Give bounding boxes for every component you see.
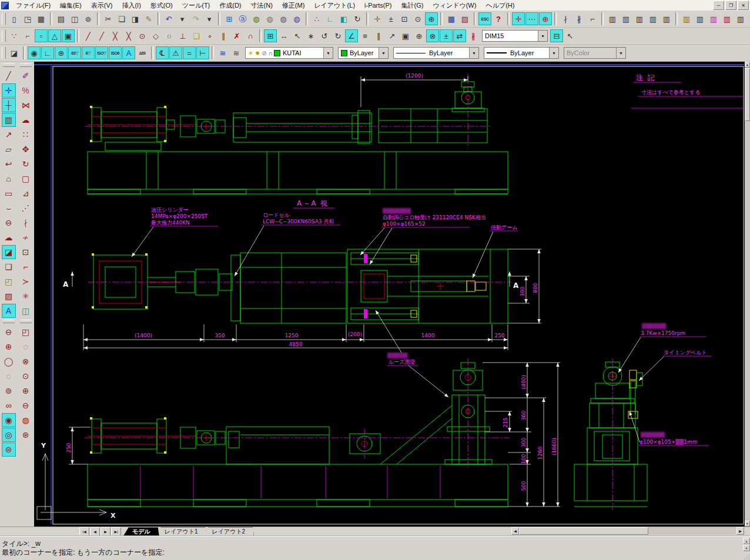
percent-copy-button[interactable]: %: [19, 83, 33, 98]
circle-radius-button[interactable]: ⊖: [2, 325, 16, 339]
column-tool-5-button[interactable]: ▥: [660, 12, 673, 25]
circle-diameter-button[interactable]: ⊕: [2, 340, 16, 354]
style-manager-button[interactable]: ▨: [458, 12, 471, 25]
menu-item-10[interactable]: i-Parts(P): [360, 0, 396, 11]
tab-layout2[interactable]: レイアウト2: [203, 527, 254, 536]
zoom-window-button[interactable]: ⊡: [398, 12, 411, 25]
boundary-hatch-button[interactable]: ▨: [2, 289, 16, 303]
circle-tan-button[interactable]: ⊖: [2, 216, 16, 230]
tab-nav-2[interactable]: ▶: [101, 527, 111, 536]
dim-style-pick-button[interactable]: ↖: [564, 29, 577, 42]
print-button[interactable]: ▤: [55, 12, 68, 25]
surface-6-button[interactable]: 6▽: [82, 46, 95, 59]
ray-tool-button[interactable]: ┼: [2, 98, 16, 112]
horizontal-scroll-track[interactable]: [519, 527, 736, 535]
concentric2-button[interactable]: ◎: [2, 428, 16, 442]
break-button[interactable]: ∤: [19, 216, 33, 230]
esc-button[interactable]: ESC: [478, 12, 491, 25]
surface-iso-button[interactable]: ISO▽: [95, 46, 108, 59]
chamfer-button[interactable]: ≻: [19, 274, 33, 289]
circle-2point-button[interactable]: ◯: [2, 354, 16, 368]
close-button[interactable]: ✕: [738, 1, 749, 10]
dim-style-combo[interactable]: DIM15 ▼: [482, 30, 548, 42]
zoom-out-button[interactable]: ⊖: [19, 398, 33, 413]
scroll-down-icon[interactable]: ▼: [745, 521, 750, 527]
scroll-up-icon[interactable]: ▲: [745, 62, 750, 68]
dim-tolerance-button[interactable]: ▣: [399, 29, 412, 42]
dim-edit-button[interactable]: ±: [440, 29, 453, 42]
stretch-line-button[interactable]: ↗: [2, 128, 16, 142]
quick-dim-button[interactable]: ⊞: [264, 29, 277, 42]
layer-combo[interactable]: ☀✹⊘∩ KUTAI ▼: [245, 47, 333, 59]
dim-diameter-button[interactable]: ↻: [332, 29, 344, 42]
snap-extension-button[interactable]: ╱: [95, 29, 108, 42]
surface-iso6-button[interactable]: ISO6: [109, 46, 122, 59]
chevron-down-icon[interactable]: ▼: [379, 48, 388, 58]
multiline-tool-button[interactable]: ▥: [2, 113, 16, 127]
menu-item-7[interactable]: 寸法(N): [246, 0, 277, 11]
hyperlink-button[interactable]: ⓐ: [236, 12, 249, 25]
match-properties-button[interactable]: ✎: [142, 12, 155, 25]
toolbar-grip[interactable]: [3, 320, 15, 323]
menu-item-2[interactable]: 表示(V): [86, 0, 118, 11]
rotate-view-button[interactable]: ↻: [351, 12, 364, 25]
snap-none-button[interactable]: ✗: [230, 29, 243, 42]
chevron-down-icon[interactable]: ▼: [469, 48, 478, 58]
snap-from-button[interactable]: ⌐: [21, 29, 34, 42]
polygon-button[interactable]: ⌂: [2, 172, 16, 186]
angle-89-button[interactable]: ∆89: [136, 46, 149, 59]
chevron-down-icon[interactable]: ▼: [549, 48, 558, 58]
column-tool-4-button[interactable]: ▥: [647, 12, 659, 25]
print-preview-button[interactable]: ◫: [68, 12, 81, 25]
snap-midpoint-button[interactable]: △: [48, 29, 61, 42]
menu-item-8[interactable]: 修正(M): [277, 0, 310, 11]
snap-nearest-button[interactable]: ╱: [82, 29, 95, 42]
menu-item-4[interactable]: 形式(O): [146, 0, 178, 11]
menu-item-3[interactable]: 挿入(I): [117, 0, 145, 11]
vertical-scroll-thumb[interactable]: [745, 68, 750, 121]
snap-insert-button[interactable]: ❑: [190, 29, 203, 42]
cut-button[interactable]: ✂: [102, 12, 115, 25]
redo-button[interactable]: ↷: [189, 12, 202, 25]
offset-button[interactable]: ◰: [2, 274, 16, 289]
dim-jog-button[interactable]: ∦: [572, 12, 585, 25]
polyline-button[interactable]: ↩: [2, 157, 16, 171]
zoom-previous-button[interactable]: ⊙: [411, 12, 424, 25]
copy-button[interactable]: ❏: [115, 12, 128, 25]
dim-continue-button[interactable]: ∥: [372, 29, 385, 42]
concentric-button[interactable]: ◉: [2, 413, 16, 427]
snap-quadrant-button[interactable]: ◇: [149, 29, 162, 42]
arc-button[interactable]: ⌣: [2, 201, 16, 215]
rectangle-edit-button[interactable]: ⊡: [19, 245, 33, 259]
dim-angular-button[interactable]: ∠: [345, 29, 358, 42]
dim-leader-button[interactable]: ↗: [386, 29, 399, 42]
table-button[interactable]: ▦: [445, 12, 458, 25]
snap-center-button[interactable]: ⊙: [136, 29, 149, 42]
scroll-down-icon[interactable]: ▼: [743, 545, 750, 551]
dim-center-mark-button[interactable]: ⊕: [413, 29, 426, 42]
resize-grip[interactable]: [742, 554, 750, 560]
break-at-point-button[interactable]: ≁: [19, 230, 33, 244]
new-button[interactable]: ▯: [8, 12, 21, 25]
overlap-button[interactable]: ◧: [337, 12, 350, 25]
erase-button[interactable]: ◪: [2, 245, 16, 259]
snap-endpoint-button[interactable]: ▫: [35, 29, 48, 42]
menu-item-12[interactable]: ウィンドウ(W): [428, 0, 481, 11]
circle-ttr-button[interactable]: ⊚: [2, 384, 16, 398]
dim-radius-button[interactable]: ↺: [318, 29, 331, 42]
rectangle-button[interactable]: ▭: [2, 186, 16, 200]
undo-menu-button[interactable]: ▾: [176, 12, 189, 25]
line-tool-button[interactable]: ╱: [2, 69, 16, 83]
snap-target-button[interactable]: ⊕: [539, 12, 552, 25]
revision-cloud-button[interactable]: ☁: [2, 230, 16, 244]
undo-button[interactable]: ↶: [162, 12, 175, 25]
lineweight-combo[interactable]: ByLayer ▼: [484, 47, 559, 59]
snap-perpendicular-button[interactable]: ⊥: [176, 29, 189, 42]
command-prompt-line[interactable]: 最初のコーナーを指定: もう一方のコーナーを指定:: [2, 548, 165, 558]
menu-item-0[interactable]: ファイル(F): [11, 0, 55, 11]
scroll-left-icon[interactable]: ◀: [511, 527, 519, 535]
column-tool-9-button[interactable]: ▥: [721, 12, 734, 25]
column-tool-7-button[interactable]: ▥: [694, 12, 707, 25]
snap-intersection-button[interactable]: ╳: [109, 29, 122, 42]
layer-manager-button[interactable]: ≋: [216, 46, 229, 59]
